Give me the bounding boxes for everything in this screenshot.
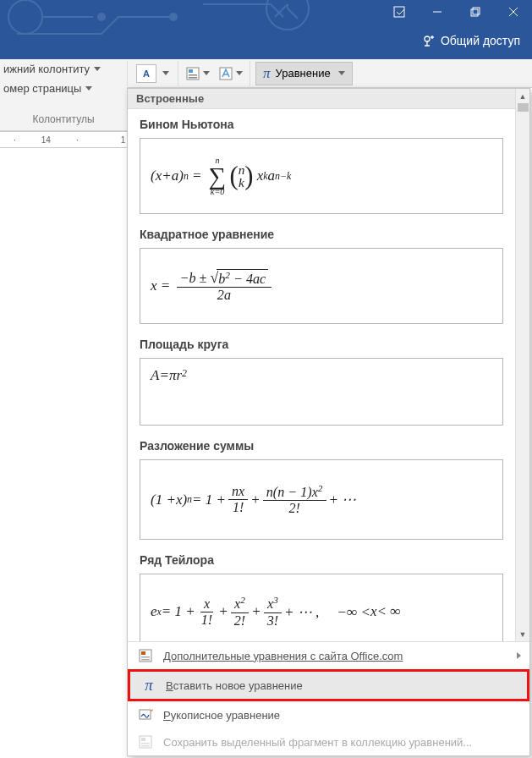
pi-icon: π [140, 678, 157, 693]
more-equations-online[interactable]: Дополнительные уравнения с сайта Office.… [128, 642, 529, 669]
scroll-down-icon[interactable]: ▼ [516, 627, 529, 641]
equation-title: Бином Ньютона [140, 118, 503, 131]
share-button[interactable]: Общий доступ [422, 34, 520, 47]
maximize-button[interactable] [456, 0, 494, 24]
svg-rect-4 [394, 7, 404, 17]
equation-tile-quadratic[interactable]: x = −b ± √b2 − 4ac 2a [140, 248, 503, 324]
equation-dropdown: Встроенные Бином Ньютона (x + a)n = n∑k=… [127, 88, 530, 756]
equation-group: Ряд Тейлора ex = 1 + x1! + x22! + x33! +… [128, 545, 515, 641]
equation-tile-binomial[interactable]: (x + a)n = n∑k=0 (nk) xkan−k [140, 138, 503, 214]
equation-tile-sum-expansion[interactable]: (1 + x)n = 1 + nx1! + n(n − 1)x22! + ⋯ [140, 459, 503, 540]
titlebar: Общий доступ [0, 0, 532, 59]
dropdown-section-header: Встроенные [128, 89, 515, 109]
close-button[interactable] [494, 0, 532, 24]
wordart-icon[interactable] [218, 66, 243, 81]
ink-label: Рукописное уравнение [163, 709, 280, 722]
equation-label: Уравнение [276, 67, 331, 80]
office-online-icon [138, 648, 155, 663]
chevron-down-icon [94, 67, 101, 71]
svg-rect-14 [189, 77, 197, 79]
equation-title: Ряд Тейлора [140, 553, 503, 567]
chevron-down-icon [236, 71, 243, 75]
insert-new-equation[interactable]: π ВВставить новое уравнениеставить новое… [128, 669, 529, 701]
chevron-down-icon [162, 71, 169, 75]
quick-parts-icon[interactable] [185, 66, 210, 81]
ribbon-group-label: Колонтитулы [0, 98, 127, 130]
equation-tile-taylor[interactable]: ex = 1 + x1! + x22! + x33! + ⋯ , −∞ < x … [140, 574, 503, 641]
chevron-right-icon [517, 652, 521, 659]
equation-title: Квадратное уравнение [140, 228, 503, 241]
ink-equation[interactable]: Рукописное уравнение [128, 701, 529, 728]
text-box-icon[interactable]: A [136, 64, 156, 83]
equation-group: Разложение суммы (1 + x)n = 1 + nx1! + n… [128, 431, 515, 545]
svg-rect-22 [141, 738, 145, 741]
equation-title: Разложение суммы [140, 439, 503, 453]
equation-button[interactable]: π Уравнение [255, 62, 353, 85]
equation-tile-circle-area[interactable]: A = πr2 [140, 358, 503, 426]
scroll-up-icon[interactable]: ▲ [516, 89, 529, 103]
pi-icon: π [263, 65, 271, 82]
equation-group: Бином Ньютона (x + a)n = n∑k=0 (nk) xkan… [128, 109, 515, 219]
ink-icon [138, 707, 155, 722]
ruler: · 14 · 1 [0, 131, 127, 148]
svg-rect-23 [141, 743, 150, 744]
share-label: Общий доступ [441, 34, 520, 47]
svg-rect-12 [189, 69, 193, 73]
svg-rect-18 [141, 656, 150, 658]
scrollbar-vertical[interactable]: ▲ ▼ [515, 89, 529, 641]
minimize-button[interactable] [418, 0, 456, 24]
more-online-label: Дополнительные уравнения с сайта Office.… [163, 650, 403, 662]
insert-new-label: ВВставить новое уравнениеставить новое у… [166, 679, 303, 692]
equation-group: Площадь круга A = πr2 [128, 329, 515, 431]
svg-point-2 [170, 14, 177, 20]
equation-title: Площадь круга [140, 338, 503, 351]
svg-point-0 [8, 0, 42, 34]
page-number-button[interactable]: омер страницы [0, 79, 127, 98]
chevron-down-icon [203, 71, 210, 75]
svg-point-10 [425, 36, 430, 41]
save-to-gallery: Сохранить выделенный фрагмент в коллекци… [128, 728, 529, 755]
svg-point-1 [98, 14, 105, 20]
equation-group: Квадратное уравнение x = −b ± √b2 − 4ac … [128, 219, 515, 329]
scrollbar-thumb[interactable] [518, 103, 529, 112]
footer-button[interactable]: ижний колонтиту [0, 59, 127, 79]
svg-rect-6 [471, 9, 478, 16]
ribbon-left-column: ижний колонтиту омер страницы Колонтитул… [0, 59, 127, 148]
save-gallery-icon [138, 734, 155, 750]
ribbon-options-button[interactable] [380, 0, 418, 24]
chevron-down-icon [85, 86, 92, 91]
svg-rect-17 [141, 651, 145, 655]
svg-rect-19 [141, 659, 150, 661]
svg-rect-24 [141, 745, 150, 747]
svg-rect-7 [473, 8, 480, 14]
svg-rect-20 [140, 710, 151, 719]
chevron-down-icon [338, 71, 345, 75]
svg-rect-13 [189, 74, 197, 76]
save-gallery-label: Сохранить выделенный фрагмент в коллекци… [163, 736, 472, 749]
share-icon [422, 34, 436, 47]
